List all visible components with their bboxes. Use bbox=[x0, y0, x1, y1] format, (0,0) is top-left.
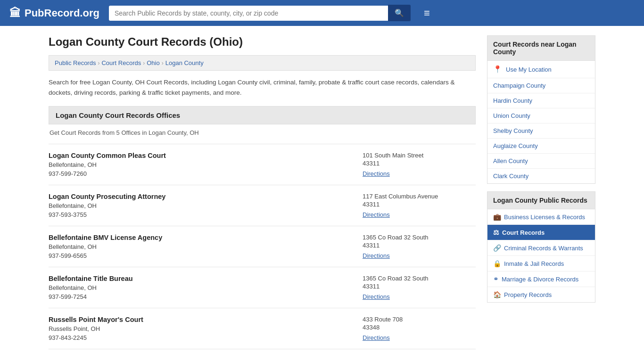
search-button[interactable]: 🔍 bbox=[388, 5, 411, 21]
office-address-4: 433 Route 708 bbox=[363, 316, 476, 323]
search-area: 🔍 bbox=[109, 5, 411, 21]
office-right-0: 101 South Main Street 43311 Directions bbox=[353, 152, 476, 177]
office-name-0: Logan County Common Pleas Court bbox=[49, 152, 353, 159]
sidebar-item-label-1: Court Records bbox=[502, 229, 545, 236]
office-zip-3: 43311 bbox=[363, 283, 476, 290]
breadcrumb-public-records[interactable]: Public Records bbox=[55, 59, 96, 66]
office-right-2: 1365 Co Road 32 South 43311 Directions bbox=[353, 234, 476, 259]
office-address-0: 101 South Main Street bbox=[363, 152, 476, 159]
sidebar-item-icon-5: 🏠 bbox=[493, 291, 501, 298]
directions-link-3[interactable]: Directions bbox=[363, 293, 390, 300]
county-link-5[interactable]: Allen County bbox=[487, 154, 595, 169]
office-phone-0: 937-599-7260 bbox=[49, 170, 353, 177]
use-location-label: Use My Location bbox=[506, 66, 552, 73]
public-records-box: Logan County Public Records 💼 Business L… bbox=[487, 191, 595, 303]
office-name-1: Logan County Prosecuting Attorney bbox=[49, 193, 353, 200]
office-list: Logan County Common Pleas Court Bellefon… bbox=[49, 144, 476, 349]
breadcrumb-logan-county[interactable]: Logan County bbox=[165, 59, 204, 66]
offices-sub-description: Get Court Records from 5 Offices in Loga… bbox=[49, 129, 476, 136]
office-entry: Bellefontaine BMV License Agency Bellefo… bbox=[49, 226, 476, 267]
office-left-3: Bellefontaine Title Bureau Bellefontaine… bbox=[49, 275, 353, 300]
public-records-heading: Logan County Public Records bbox=[487, 192, 595, 209]
office-entry: Logan County Common Pleas Court Bellefon… bbox=[49, 144, 476, 185]
sidebar-item-icon-3: 🔒 bbox=[493, 260, 501, 267]
breadcrumb-court-records[interactable]: Court Records bbox=[101, 59, 141, 66]
page-title: Logan County Court Records (Ohio) bbox=[49, 35, 476, 49]
nearby-counties-list: Champaign CountyHardin CountyUnion Count… bbox=[487, 78, 595, 183]
county-link-2[interactable]: Union County bbox=[487, 108, 595, 123]
site-header: 🏛 PubRecord.org 🔍 ≡ bbox=[0, 0, 644, 26]
location-pin-icon: 📍 bbox=[493, 65, 502, 74]
directions-link-2[interactable]: Directions bbox=[363, 252, 390, 259]
office-address-2: 1365 Co Road 32 South bbox=[363, 234, 476, 241]
office-zip-4: 43348 bbox=[363, 324, 476, 331]
office-entry: Logan County Prosecuting Attorney Bellef… bbox=[49, 185, 476, 226]
sidebar-item-icon-1: ⚖ bbox=[493, 229, 499, 236]
office-phone-3: 937-599-7254 bbox=[49, 293, 353, 300]
office-address-3: 1365 Co Road 32 South bbox=[363, 275, 476, 282]
office-phone-2: 937-599-6565 bbox=[49, 252, 353, 259]
breadcrumb-ohio[interactable]: Ohio bbox=[147, 59, 159, 66]
office-left-1: Logan County Prosecuting Attorney Bellef… bbox=[49, 193, 353, 218]
use-location-item[interactable]: 📍 Use My Location bbox=[487, 61, 595, 78]
office-right-4: 433 Route 708 43348 Directions bbox=[353, 316, 476, 341]
county-link-1[interactable]: Hardin County bbox=[487, 93, 595, 108]
office-phone-4: 937-843-2245 bbox=[49, 334, 353, 341]
office-right-3: 1365 Co Road 32 South 43311 Directions bbox=[353, 275, 476, 300]
logo-text: PubRecord.org bbox=[25, 7, 99, 19]
offices-section-heading: Logan County Court Records Offices bbox=[49, 106, 476, 124]
sidebar-item-label-3: Inmate & Jail Records bbox=[504, 260, 564, 267]
breadcrumb-sep-1: › bbox=[98, 60, 99, 66]
sidebar-public-records-item-4[interactable]: ⚭ Marriage & Divorce Records bbox=[487, 272, 595, 287]
office-name-4: Russells Point Mayor's Court bbox=[49, 316, 353, 323]
nearby-box: Court Records near Logan County 📍 Use My… bbox=[487, 35, 595, 184]
office-name-3: Bellefontaine Title Bureau bbox=[49, 275, 353, 282]
sidebar-public-records-item-3[interactable]: 🔒 Inmate & Jail Records bbox=[487, 256, 595, 272]
office-name-2: Bellefontaine BMV License Agency bbox=[49, 234, 353, 241]
county-link-0[interactable]: Champaign County bbox=[487, 78, 595, 93]
sidebar-item-label-4: Marriage & Divorce Records bbox=[502, 276, 578, 283]
sidebar-item-label-2: Criminal Records & Warrants bbox=[504, 245, 583, 252]
office-address-1: 117 East Columbus Avenue bbox=[363, 193, 476, 200]
office-city-2: Bellefontaine, OH bbox=[49, 243, 353, 250]
directions-link-1[interactable]: Directions bbox=[363, 211, 390, 218]
office-entry: Bellefontaine Title Bureau Bellefontaine… bbox=[49, 267, 476, 308]
sidebar-item-icon-2: 🔗 bbox=[493, 244, 501, 252]
office-entry: Russells Point Mayor's Court Russells Po… bbox=[49, 308, 476, 349]
hamburger-button[interactable]: ≡ bbox=[424, 7, 430, 19]
breadcrumb: Public Records › Court Records › Ohio › … bbox=[49, 55, 476, 71]
site-logo[interactable]: 🏛 PubRecord.org bbox=[9, 7, 99, 20]
office-left-2: Bellefontaine BMV License Agency Bellefo… bbox=[49, 234, 353, 259]
office-city-3: Bellefontaine, OH bbox=[49, 284, 353, 291]
sidebar-public-records-item-5[interactable]: 🏠 Property Records bbox=[487, 287, 595, 302]
page-container: Logan County Court Records (Ohio) Public… bbox=[39, 26, 605, 359]
main-content: Logan County Court Records (Ohio) Public… bbox=[49, 35, 476, 349]
sidebar-item-icon-0: 💼 bbox=[493, 213, 501, 221]
directions-link-0[interactable]: Directions bbox=[363, 170, 390, 177]
office-left-0: Logan County Common Pleas Court Bellefon… bbox=[49, 152, 353, 177]
sidebar-item-label-5: Property Records bbox=[504, 291, 552, 298]
nearby-heading: Court Records near Logan County bbox=[487, 36, 595, 61]
search-input[interactable] bbox=[109, 6, 388, 21]
breadcrumb-sep-3: › bbox=[162, 60, 164, 66]
county-link-3[interactable]: Shelby County bbox=[487, 123, 595, 139]
office-zip-2: 43311 bbox=[363, 242, 476, 249]
office-right-1: 117 East Columbus Avenue 43311 Direction… bbox=[353, 193, 476, 218]
office-left-4: Russells Point Mayor's Court Russells Po… bbox=[49, 316, 353, 341]
public-records-list: 💼 Business Licenses & Records ⚖ Court Re… bbox=[487, 209, 595, 302]
sidebar: Court Records near Logan County 📍 Use My… bbox=[487, 35, 595, 349]
office-zip-1: 43311 bbox=[363, 201, 476, 208]
sidebar-public-records-item-0[interactable]: 💼 Business Licenses & Records bbox=[487, 209, 595, 225]
office-zip-0: 43311 bbox=[363, 160, 476, 167]
county-link-6[interactable]: Clark County bbox=[487, 169, 595, 183]
logo-icon: 🏛 bbox=[9, 7, 21, 20]
office-phone-1: 937-593-3755 bbox=[49, 211, 353, 218]
sidebar-public-records-item-2[interactable]: 🔗 Criminal Records & Warrants bbox=[487, 240, 595, 256]
directions-link-4[interactable]: Directions bbox=[363, 334, 390, 341]
sidebar-item-label-0: Business Licenses & Records bbox=[504, 214, 585, 221]
office-city-1: Bellefontaine, OH bbox=[49, 202, 353, 209]
office-city-4: Russells Point, OH bbox=[49, 325, 353, 332]
sidebar-public-records-item-1[interactable]: ⚖ Court Records bbox=[487, 225, 595, 240]
sidebar-item-icon-4: ⚭ bbox=[493, 275, 499, 283]
county-link-4[interactable]: Auglaize County bbox=[487, 139, 595, 154]
